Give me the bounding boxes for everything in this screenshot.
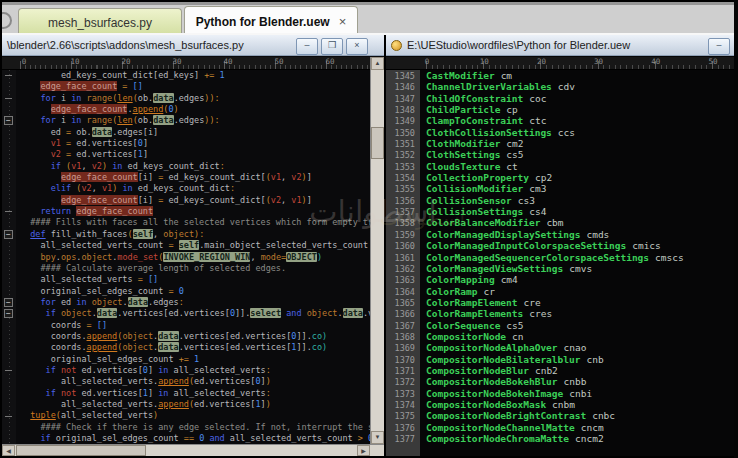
wordfile-entry[interactable]: 1373CompositorNodeBokehImagecnbi: [386, 388, 734, 399]
code-line[interactable]: original_sel_edges_count += 1: [20, 354, 370, 365]
code-line[interactable]: edge_face_count[i] = ed_keys_count_dict[…: [20, 195, 370, 206]
code-line[interactable]: if object.data.vertices[ed.vertices[0]].…: [20, 308, 370, 319]
wordfile-entry[interactable]: 1362ColorManagedViewSettingscmvs: [386, 263, 734, 274]
tab-python-for-blender[interactable]: Python for Blender.uew ×: [184, 6, 358, 35]
scrollbar-thumb[interactable]: [16, 445, 146, 456]
code-line[interactable]: all_selected_verts = []: [20, 274, 370, 285]
wordfile-entry[interactable]: 1372CompositorNodeBokehBlurcnbb: [386, 376, 734, 387]
wordfile-entry[interactable]: 1375CompositorNodeBrightContrastcnbc: [386, 410, 734, 421]
code-line[interactable]: for ed in object.data.edges:: [20, 297, 370, 308]
wordfile-entry[interactable]: 1360ColorManagedInputColorspaceSettingsc…: [386, 240, 734, 251]
tab-mesh-bsurfaces[interactable]: mesh_bsurfaces.py: [18, 8, 182, 35]
code-line[interactable]: coords = []: [20, 320, 370, 331]
scrollbar-thumb[interactable]: [371, 127, 384, 159]
code-line[interactable]: edge_face_count[i] = ed_keys_count_dict[…: [20, 172, 370, 183]
minimize-button[interactable]: –: [296, 38, 318, 55]
wordfile-entry[interactable]: 1367ColorSequencecs5: [386, 320, 734, 331]
wordfile-entry[interactable]: 1368CompositorNodecn: [386, 331, 734, 342]
code-line[interactable]: #### Calculate average length of selecte…: [20, 263, 370, 274]
scroll-left-icon[interactable]: ◀: [2, 445, 15, 456]
code-line[interactable]: coords.append(object.data.vertices[ed.ve…: [20, 342, 370, 353]
code-line[interactable]: for i in range(len(ob.data.edges)):: [20, 93, 370, 104]
restore-button[interactable]: ❒: [321, 38, 343, 55]
code-token: OBJECT: [286, 252, 317, 262]
code-token: .vertices[ed.vertices[: [117, 308, 230, 318]
scroll-right-icon[interactable]: ▶: [357, 445, 370, 456]
wordfile-entry[interactable]: 1374CompositorNodeBoxMaskcnbm: [386, 399, 734, 410]
code-line[interactable]: if (v1, v2) in ed_keys_count_dict:: [20, 161, 370, 172]
code-line[interactable]: original_sel_edges_count = 0: [20, 286, 370, 297]
wordfile-entry[interactable]: 1370CompositorNodeBilateralblurcnb: [386, 354, 734, 365]
wordfile-entry[interactable]: 1363ColorMappingcm4: [386, 274, 734, 285]
code-token: ,: [250, 252, 260, 262]
wordfile-entry[interactable]: 1349ClampToConstraintctc: [386, 115, 734, 126]
wordfile-entry[interactable]: 1347ChildOfConstraintcoc: [386, 93, 734, 104]
code-line[interactable]: def fill_with_faces(self, object):: [20, 229, 370, 240]
code-line[interactable]: all_selected_verts_count = self.main_obj…: [20, 240, 370, 251]
code-line[interactable]: all_selected_verts.append(ed.vertices[1]…: [20, 399, 370, 410]
code-line[interactable]: elif (v2, v1) in ed_keys_count_dict:: [20, 183, 370, 194]
left-fold-gutter[interactable]: −−−−: [2, 70, 16, 444]
code-line[interactable]: ed_keys_count_dict[ed_keys] += 1: [20, 70, 370, 81]
wordfile-entry[interactable]: 1364ColorRampcr: [386, 286, 734, 297]
wordfile-entry[interactable]: 1356CollisionSensorcs3: [386, 195, 734, 206]
code-line[interactable]: if original_sel_edges_count == 0 and all…: [20, 433, 370, 444]
wordfile-entry[interactable]: 1358ColorBalanceModifiercbm: [386, 217, 734, 228]
wordfile-entry[interactable]: 1348ChildParticlecp: [386, 104, 734, 115]
wordfile-entry[interactable]: 1377CompositorNodeChromaMattecncm2: [386, 433, 734, 444]
code-line[interactable]: #### Check if there is any edge selected…: [20, 422, 370, 433]
code-line[interactable]: v1 = ed.vertices[0]: [20, 138, 370, 149]
left-window-titlebar[interactable]: \blender\2.66\scripts\addons\mesh_bsurfa…: [2, 35, 384, 56]
code-line[interactable]: if not ed.vertices[0] in all_selected_ve…: [20, 365, 370, 376]
code-line[interactable]: coords.append(object.data.vertices[ed.ve…: [20, 331, 370, 342]
code-line[interactable]: v2 = ed.vertices[1]: [20, 149, 370, 160]
code-token: =: [168, 240, 178, 250]
wordfile-entry[interactable]: 1359ColorManagedDisplaySettingscmds: [386, 229, 734, 240]
left-code-editor[interactable]: ed_keys_count_dict[ed_keys] += 1 edge_fa…: [16, 70, 370, 444]
wordfile-entry[interactable]: 1371CompositorNodeBlurcnb2: [386, 365, 734, 376]
minimize-button[interactable]: –: [708, 38, 730, 55]
wordfile-entry[interactable]: 1352ClothSettingscs5: [386, 149, 734, 160]
code-line[interactable]: #### Fills with faces all the selected v…: [20, 217, 370, 228]
code-line[interactable]: ed = ob.data.edges[i]: [20, 127, 370, 138]
code-token: :: [266, 388, 271, 398]
code-line[interactable]: all_selected_verts.append(ed.vertices[0]…: [20, 376, 370, 387]
fold-collapse-icon[interactable]: −: [4, 309, 13, 318]
wordfile-entry[interactable]: 1366ColorRampElementscres: [386, 308, 734, 319]
fold-collapse-icon[interactable]: −: [4, 116, 13, 125]
wordfile-entry[interactable]: 1365ColorRampElementcre: [386, 297, 734, 308]
left-vertical-scrollbar[interactable]: ▲ ▼: [370, 57, 384, 444]
wordfile-entry[interactable]: 1353CloudsTexturect: [386, 161, 734, 172]
fold-collapse-icon[interactable]: −: [4, 230, 13, 239]
fold-collapse-icon[interactable]: −: [4, 298, 13, 307]
wordfile-entry[interactable]: 1350ClothCollisionSettingsccs: [386, 127, 734, 138]
code-line[interactable]: edge_face_count = []: [20, 81, 370, 92]
wordfile-entry[interactable]: 1345CastModifiercm: [386, 70, 734, 81]
scroll-down-icon[interactable]: ▼: [371, 431, 384, 444]
close-icon[interactable]: ×: [339, 17, 347, 27]
code-line[interactable]: for i in range(len(ob.data.edges)):: [20, 115, 370, 126]
wordfile-entry[interactable]: 1376CompositorNodeChannelMattecncm: [386, 422, 734, 433]
code-line[interactable]: bpy.ops.object.mode_set(INVOKE_REGION_WI…: [20, 252, 370, 263]
wordfile-entry[interactable]: 1369CompositorNodeAlphaOvercnao: [386, 342, 734, 353]
wordfile-entry[interactable]: 1354CollectionPropertycp2: [386, 172, 734, 183]
code-line[interactable]: tuple(all_selected_verts): [20, 410, 370, 421]
code-line[interactable]: edge_face_count.append(0): [20, 104, 370, 115]
code-token: ]: [148, 365, 158, 375]
close-button[interactable]: ×: [346, 38, 368, 55]
right-window-titlebar[interactable]: E:\UEStudio\wordfiles\Python for Blender…: [386, 35, 734, 56]
right-code-editor[interactable]: 1345CastModifiercm1346ChannelDriverVaria…: [386, 70, 734, 456]
wordfile-entry[interactable]: 1361ColorManagedSequencerColorspaceSetti…: [386, 252, 734, 263]
wordfile-entry[interactable]: 1355CollisionModifiercm3: [386, 183, 734, 194]
scroll-up-icon[interactable]: ▲: [371, 57, 384, 70]
wordfile-entry[interactable]: 1346ChannelDriverVariablescdv: [386, 81, 734, 92]
wordfile-entry[interactable]: 1357CollisionSettingscs4: [386, 206, 734, 217]
code-token: INVOKE_REGION_WIN: [163, 252, 250, 262]
code-token: ed_keys_count_dict[: [168, 195, 265, 205]
code-token: data: [92, 127, 112, 137]
code-line[interactable]: return edge_face_count: [20, 206, 370, 217]
wordfile-entry[interactable]: 1351ClothModifiercm2: [386, 138, 734, 149]
code-line[interactable]: if not ed.vertices[1] in all_selected_ve…: [20, 388, 370, 399]
nav-circle-icon[interactable]: [2, 12, 12, 29]
left-horizontal-scrollbar[interactable]: ◀ ▶: [2, 444, 384, 456]
